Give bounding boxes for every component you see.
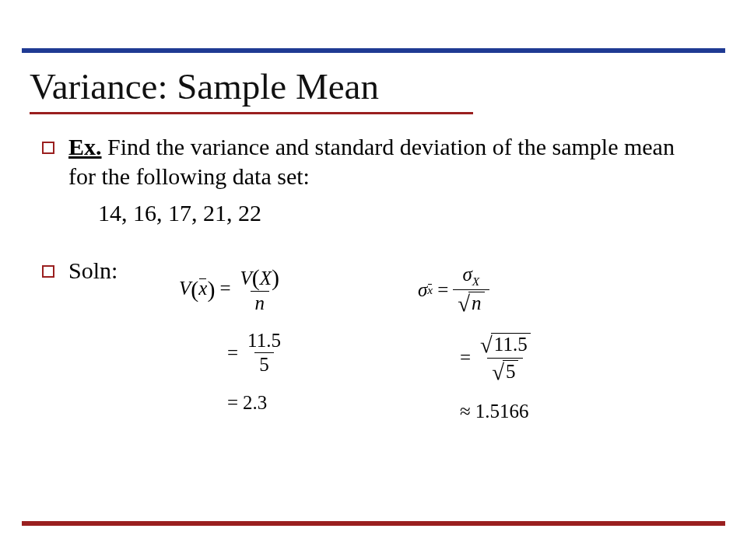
bullet-square-icon — [42, 265, 54, 278]
example-text: Ex. Find the variance and standard devia… — [68, 132, 705, 192]
bullet-square-icon — [42, 142, 54, 154]
stddev-result: 1.5166 — [475, 401, 529, 422]
stddev-line-3: ≈ 1.5166 — [418, 401, 535, 422]
bullet-example: Ex. Find the variance and standard devia… — [42, 132, 705, 192]
fraction: 11.5 5 — [243, 331, 286, 376]
slide-title: Variance: Sample Mean — [30, 65, 473, 112]
ex-body: Find the variance and standard deviation… — [68, 134, 675, 189]
rparen-icon: ) — [207, 276, 215, 303]
fraction: √11.5 √5 — [475, 333, 535, 384]
sqrt: √n — [458, 292, 484, 315]
equals: = — [223, 392, 243, 414]
sigma: σ — [418, 279, 427, 301]
stddev-line-2: = √11.5 √5 — [418, 333, 535, 384]
radicand-n: n — [468, 292, 485, 315]
var-n: n — [251, 291, 270, 313]
variance-line-3: = 2.3 — [179, 392, 286, 414]
fraction: V(X) n — [236, 264, 285, 313]
lparen-icon: ( — [252, 264, 260, 290]
data-set: 14, 16, 17, 21, 22 — [98, 198, 705, 228]
variance-line-1: V(x) = V(X) n — [179, 264, 286, 313]
sigma-sub-X: X — [472, 275, 479, 288]
sigma: σ — [463, 264, 472, 285]
variance-line-2: = 11.5 5 — [179, 331, 286, 376]
equals: = — [223, 342, 243, 364]
var-X: X — [260, 268, 272, 289]
approx: ≈ — [455, 401, 475, 422]
sqrt: √11.5 — [480, 333, 531, 356]
stddev-line-1: σx = σX √n — [418, 264, 535, 316]
slide: Variance: Sample Mean Ex. Find the varia… — [0, 0, 747, 560]
func-V: V — [179, 278, 191, 299]
equals: = — [455, 347, 475, 369]
rparen-icon: ) — [272, 264, 279, 290]
fraction: σX √n — [453, 264, 489, 316]
radicand: 5 — [503, 360, 519, 383]
numerator: 11.5 — [243, 331, 286, 352]
variance-result: 2.3 — [243, 392, 267, 414]
ex-label: Ex. — [68, 134, 102, 159]
func-V: V — [240, 268, 252, 289]
stddev-derivation: σx = σX √n = √11.5 — [418, 264, 535, 422]
top-divider — [22, 48, 725, 53]
lparen-icon: ( — [191, 276, 198, 303]
soln-label: Soln: — [68, 256, 117, 285]
denominator: 5 — [254, 352, 274, 375]
title-block: Variance: Sample Mean — [30, 65, 473, 114]
equals: = — [215, 278, 235, 299]
variance-derivation: V(x) = V(X) n = 11.5 5 = 2.3 — [179, 264, 286, 422]
sqrt: √5 — [492, 360, 518, 383]
sigma-sub: x — [427, 283, 433, 297]
bottom-divider — [22, 521, 725, 526]
radicand: 11.5 — [491, 333, 531, 356]
x-bar: x — [198, 278, 207, 299]
slide-body: Ex. Find the variance and standard devia… — [42, 132, 705, 286]
math-area: V(x) = V(X) n = 11.5 5 = 2.3 — [179, 264, 535, 422]
equals: = — [433, 279, 453, 301]
title-underline — [30, 112, 473, 114]
